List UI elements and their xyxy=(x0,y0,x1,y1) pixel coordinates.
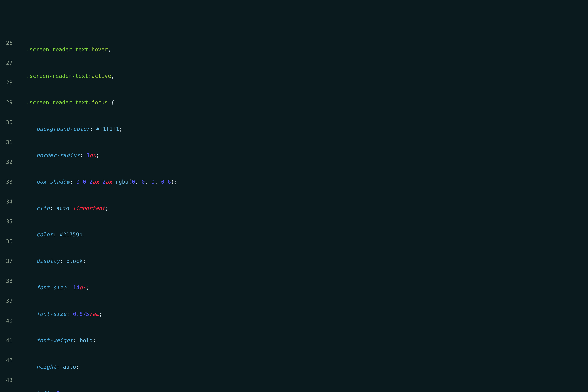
line-number: 28 xyxy=(6,79,12,86)
code-line[interactable]: box-shadow: 0 0 2px 2px rgba(0, 0, 0, 0.… xyxy=(23,178,588,185)
css-important: !important xyxy=(72,205,105,212)
code-line[interactable]: border-radius: 3px; xyxy=(23,152,588,158)
css-pseudo: :hover xyxy=(88,46,108,53)
css-property: left xyxy=(36,390,50,392)
code-line[interactable]: font-weight: bold; xyxy=(23,337,588,344)
css-property: box-shadow xyxy=(36,178,70,185)
line-number-gutter: 26 27 28 29 30 31 32 33 34 35 36 37 38 3… xyxy=(0,26,23,392)
code-area[interactable]: .screen-reader-text:hover, .screen-reade… xyxy=(23,26,588,392)
css-hex-value: #21759b xyxy=(60,231,82,238)
code-line[interactable]: .screen-reader-text:hover, xyxy=(23,46,588,53)
css-property: border-radius xyxy=(36,152,80,158)
css-selector: .screen-reader-text xyxy=(26,73,88,79)
css-value: bold xyxy=(80,337,93,344)
open-paren: ( xyxy=(128,178,132,185)
css-value: auto xyxy=(63,364,76,370)
code-line[interactable]: color: #21759b; xyxy=(23,231,588,238)
line-number: 36 xyxy=(6,238,12,245)
line-number: 41 xyxy=(6,337,12,344)
css-value: block xyxy=(66,258,82,264)
line-number: 39 xyxy=(6,298,12,304)
colon: : xyxy=(90,126,93,132)
css-property: background-color xyxy=(36,126,90,132)
css-property: font-weight xyxy=(36,337,73,344)
line-number: 34 xyxy=(6,198,12,205)
semicolon: ; xyxy=(119,126,122,132)
code-line[interactable]: background-color: #f1f1f1; xyxy=(23,126,588,132)
line-number: 35 xyxy=(6,218,12,225)
css-unit: px xyxy=(90,152,96,158)
code-line[interactable]: .screen-reader-text:focus { xyxy=(23,99,588,106)
css-property: font-size xyxy=(36,311,66,317)
close-paren: ) xyxy=(171,178,174,185)
line-number: 31 xyxy=(6,139,12,146)
code-editor[interactable]: 26 27 28 29 30 31 32 33 34 35 36 37 38 3… xyxy=(0,26,588,392)
line-number: 29 xyxy=(6,99,12,106)
css-selector: .screen-reader-text xyxy=(26,46,88,53)
code-line[interactable]: font-size: 14px; xyxy=(23,284,588,291)
css-property: height xyxy=(36,364,56,370)
css-hex-value: #f1f1f1 xyxy=(96,126,119,132)
css-property: clip xyxy=(36,205,50,212)
code-line[interactable]: left: 5px; xyxy=(23,390,588,392)
css-property: display xyxy=(36,258,60,264)
css-pseudo: :focus xyxy=(88,99,108,106)
line-number: 40 xyxy=(6,317,12,324)
line-number: 33 xyxy=(6,178,12,185)
line-number: 32 xyxy=(6,158,12,165)
line-number: 37 xyxy=(6,258,12,264)
comma: , xyxy=(108,46,111,53)
css-property: color xyxy=(36,231,53,238)
open-brace: { xyxy=(108,99,114,106)
code-line[interactable]: font-size: 0.875rem; xyxy=(23,311,588,317)
css-pseudo: :active xyxy=(88,73,111,79)
code-line[interactable]: display: block; xyxy=(23,258,588,264)
line-number: 27 xyxy=(6,60,12,66)
line-number: 38 xyxy=(6,278,12,284)
css-value: auto xyxy=(56,205,70,212)
css-number: 3 xyxy=(86,152,90,158)
css-function: rgba xyxy=(116,178,128,185)
line-number: 42 xyxy=(6,357,12,364)
line-number: 26 xyxy=(6,40,12,46)
line-number: 30 xyxy=(6,119,12,126)
code-line[interactable]: clip: auto !important; xyxy=(23,205,588,212)
code-line[interactable]: height: auto; xyxy=(23,364,588,370)
line-number: 43 xyxy=(6,377,12,384)
comma: , xyxy=(111,73,114,79)
code-line[interactable]: .screen-reader-text:active, xyxy=(23,73,588,79)
css-selector: .screen-reader-text xyxy=(26,99,88,106)
css-property: font-size xyxy=(36,284,66,291)
